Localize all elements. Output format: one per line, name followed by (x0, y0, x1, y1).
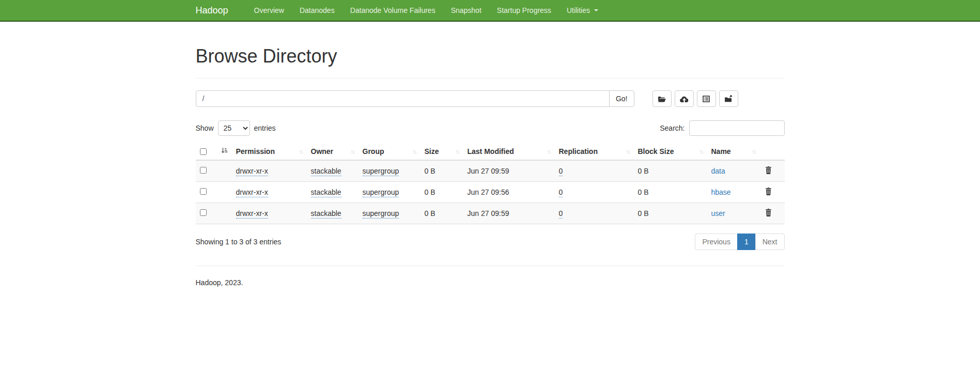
nav-item-startup-progress: Startup Progress (489, 0, 559, 21)
nav-link-datanode-volume-failures[interactable]: Datanode Volume Failures (343, 0, 443, 21)
header-owner-label: Owner (311, 147, 334, 156)
cloud-upload-icon (680, 95, 689, 103)
search-label: Search: (660, 124, 685, 132)
folder-open-icon (658, 95, 666, 103)
last-modified-cell: Jun 27 09:56 (463, 182, 555, 203)
utilities-label: Utilities (567, 6, 590, 14)
group-cell[interactable]: supergroup (363, 209, 399, 219)
trash-icon (765, 168, 772, 176)
row-checkbox[interactable] (200, 167, 207, 174)
show-entries-control: Show 25 entries (196, 120, 276, 136)
cut-move-button[interactable] (719, 90, 738, 107)
file-action-buttons (652, 90, 738, 107)
directory-link[interactable]: data (711, 167, 725, 175)
permission-cell[interactable]: drwxr-xr-x (236, 188, 268, 197)
page-1-button[interactable]: 1 (737, 234, 756, 250)
table-row: drwxr-xr-x stackable supergroup 0 B Jun … (196, 182, 785, 203)
header-group-label: Group (363, 147, 384, 156)
header-size[interactable]: Size↑↓ (421, 143, 463, 160)
nav-item-datanodes: Datanodes (292, 0, 343, 21)
nav-link-datanodes[interactable]: Datanodes (292, 0, 343, 21)
block-size-cell: 0 B (634, 203, 707, 224)
nav-item-utilities: Utilities (559, 0, 606, 21)
sort-icon: ↑↓ (351, 148, 354, 154)
clipboard-list-icon (702, 95, 710, 103)
show-label: Show (196, 124, 214, 132)
directory-path-input[interactable] (196, 90, 610, 107)
group-cell[interactable]: supergroup (363, 188, 399, 197)
pagination-next: Next (756, 234, 785, 250)
sort-icon: ↑↓ (456, 148, 459, 154)
delete-button[interactable] (764, 165, 773, 177)
title-divider (196, 78, 785, 79)
permission-cell[interactable]: drwxr-xr-x (236, 167, 268, 176)
caret-down-icon (594, 9, 598, 11)
nav-item-datanode-volume-failures: Datanode Volume Failures (343, 0, 443, 21)
replication-cell[interactable]: 0 (559, 209, 563, 219)
header-last-modified[interactable]: Last Modified↑↓ (463, 143, 555, 160)
nav-link-overview[interactable]: Overview (246, 0, 292, 21)
header-last-modified-label: Last Modified (468, 147, 514, 156)
header-size-label: Size (425, 147, 439, 156)
header-replication-label: Replication (559, 147, 598, 156)
header-owner[interactable]: Owner↑↓ (307, 143, 359, 160)
replication-cell[interactable]: 0 (559, 167, 563, 176)
permission-cell[interactable]: drwxr-xr-x (236, 209, 268, 219)
sort-icon: ↑↓ (547, 148, 551, 154)
search-input[interactable] (689, 120, 785, 136)
hadoop-brand[interactable]: Hadoop (196, 0, 236, 21)
page-title: Browse Directory (196, 45, 785, 67)
nav-link-utilities-dropdown[interactable]: Utilities (559, 0, 606, 21)
pagination-current: 1 (738, 234, 756, 250)
main-content: Browse Directory Go! (188, 45, 792, 287)
table-row: drwxr-xr-x stackable supergroup 0 B Jun … (196, 160, 785, 182)
upload-files-button[interactable] (675, 90, 694, 107)
previous-page-button[interactable]: Previous (695, 234, 737, 250)
header-permission-label: Permission (236, 147, 275, 156)
trash-icon (765, 189, 772, 197)
block-size-cell: 0 B (634, 182, 707, 203)
block-size-cell: 0 B (634, 160, 707, 182)
directory-table: Permission↑↓ Owner↑↓ Group↑↓ Size↑↓ Last… (196, 143, 785, 224)
sort-icon: ↑↓ (626, 148, 630, 154)
pagination-previous: Previous (695, 234, 737, 250)
header-block-size[interactable]: Block Size↑↓ (634, 143, 707, 160)
entries-per-page-select[interactable]: 25 (218, 120, 250, 136)
paste-clipboard-button[interactable] (697, 90, 716, 107)
nav-link-snapshot[interactable]: Snapshot (443, 0, 489, 21)
header-select-all[interactable] (196, 143, 232, 160)
row-checkbox[interactable] (200, 209, 207, 216)
entries-info: Showing 1 to 3 of 3 entries (196, 238, 282, 246)
sort-icon: ↑↓ (413, 148, 416, 154)
next-page-button[interactable]: Next (755, 234, 785, 250)
directory-link[interactable]: hbase (711, 188, 731, 196)
table-header-row: Permission↑↓ Owner↑↓ Group↑↓ Size↑↓ Last… (196, 143, 785, 160)
owner-cell[interactable]: stackable (311, 167, 341, 176)
row-checkbox[interactable] (200, 188, 207, 195)
sort-icon: ↑↓ (299, 148, 303, 154)
header-group[interactable]: Group↑↓ (359, 143, 421, 160)
create-directory-button[interactable] (652, 90, 672, 107)
folder-move-icon (724, 95, 733, 103)
sort-amount-asc-icon (221, 147, 228, 156)
table-controls-row: Show 25 entries Search: (196, 120, 785, 136)
size-cell: 0 B (421, 203, 463, 224)
replication-cell[interactable]: 0 (559, 188, 563, 197)
header-replication[interactable]: Replication↑↓ (555, 143, 634, 160)
header-permission[interactable]: Permission↑↓ (232, 143, 307, 160)
go-button[interactable]: Go! (609, 90, 634, 107)
group-cell[interactable]: supergroup (363, 167, 399, 176)
delete-button[interactable] (764, 186, 773, 198)
trash-icon (765, 210, 772, 218)
pagination: Previous 1 Next (695, 234, 784, 250)
directory-link[interactable]: user (711, 209, 725, 217)
delete-button[interactable] (764, 208, 773, 219)
header-name[interactable]: Name↑↓ (707, 143, 760, 160)
select-all-checkbox[interactable] (200, 148, 207, 155)
owner-cell[interactable]: stackable (311, 188, 341, 197)
navbar-links: Overview Datanodes Datanode Volume Failu… (246, 0, 606, 21)
owner-cell[interactable]: stackable (311, 209, 341, 219)
last-modified-cell: Jun 27 09:59 (463, 160, 555, 182)
nav-link-startup-progress[interactable]: Startup Progress (489, 0, 559, 21)
sort-icon: ↑↓ (752, 148, 756, 154)
